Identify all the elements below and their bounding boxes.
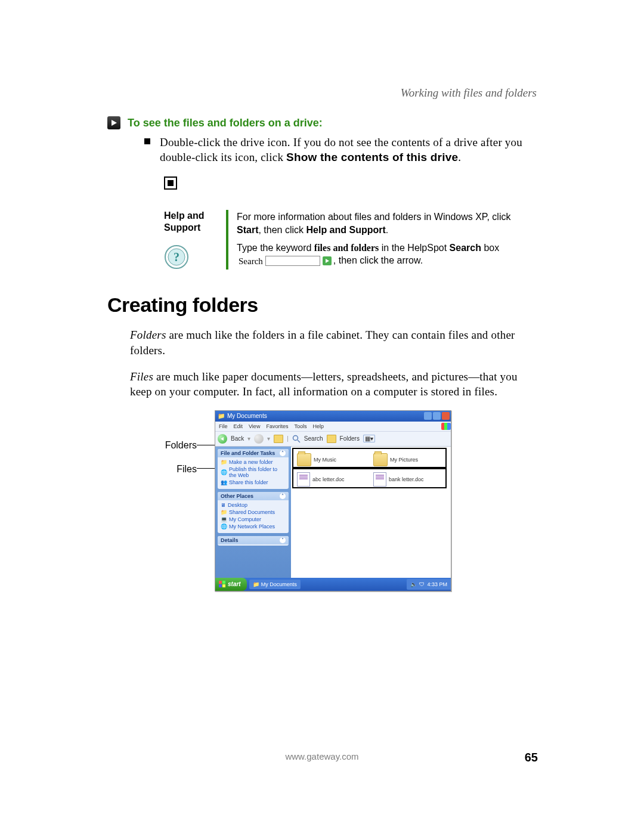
sidebar-tasks-title: File and Folder Tasks xyxy=(221,450,275,456)
windows-flag-icon xyxy=(441,423,451,430)
maximize-button[interactable] xyxy=(433,412,441,420)
callout-line xyxy=(197,468,215,469)
help-line2-post: , then click the arrow. xyxy=(333,255,423,265)
square-bullet-icon xyxy=(144,138,150,144)
folders-label[interactable]: Folders xyxy=(340,435,360,442)
tray-icon: 🛡 xyxy=(419,581,425,587)
window-title: My Documents xyxy=(227,413,267,419)
menu-bar: File Edit View Favorites Tools Help xyxy=(215,422,451,431)
sidebar-details-title: Details xyxy=(221,537,239,543)
inline-search-box xyxy=(265,256,320,266)
back-button[interactable] xyxy=(218,434,227,444)
explorer-content: My Music My Pictures abc letter.doc bank… xyxy=(291,447,451,578)
system-tray: 🔈 🛡 4:33 PM xyxy=(407,579,451,590)
search-label[interactable]: Search xyxy=(304,435,323,442)
menu-help[interactable]: Help xyxy=(312,423,324,429)
menu-file[interactable]: File xyxy=(219,423,228,429)
xp-window: 📁 My Documents File Edit View Favorites … xyxy=(215,410,451,592)
help-line1-end: . xyxy=(386,225,388,235)
help-start-bold: Start xyxy=(237,225,258,235)
callout-folders: Folders xyxy=(161,440,197,451)
sidebar-tasks-box: File and Folder Tasks˄ 📁Make a new folde… xyxy=(218,449,289,489)
folders-annotation-box xyxy=(292,448,447,468)
help-keyword: files and folders xyxy=(314,243,379,253)
start-button[interactable]: start xyxy=(215,578,247,591)
sidebar-link[interactable]: 🖥Desktop xyxy=(221,502,286,508)
taskbar-item[interactable]: 📁My Documents xyxy=(249,580,301,589)
chevron-up-icon[interactable]: ˄ xyxy=(280,493,286,499)
sidebar-link[interactable]: 🌐Publish this folder to the Web xyxy=(221,466,286,478)
section-header: Working with files and folders xyxy=(107,86,537,100)
task-step: Double-click the drive icon. If you do n… xyxy=(144,135,537,165)
forward-button[interactable] xyxy=(254,434,264,444)
svg-marker-5 xyxy=(221,437,224,441)
help-question-icon: ? xyxy=(164,244,189,270)
chevron-up-icon[interactable]: ˄ xyxy=(280,450,286,456)
inline-search-go-icon xyxy=(323,256,332,265)
screenshot-figure: Folders Files 📁 My Documents xyxy=(161,410,537,592)
para1-text: are much like the folders in a file cabi… xyxy=(130,329,515,357)
svg-point-6 xyxy=(293,435,298,440)
help-and-support-block: Help and Support ? For more information … xyxy=(164,210,537,270)
section-heading: Creating folders xyxy=(107,293,537,317)
svg-rect-9 xyxy=(222,581,225,584)
minimize-button[interactable] xyxy=(424,412,432,420)
search-icon xyxy=(292,435,301,443)
footer-url: www.gateway.com xyxy=(107,751,537,761)
svg-marker-4 xyxy=(326,259,329,263)
explorer-sidebar: File and Folder Tasks˄ 📁Make a new folde… xyxy=(215,447,291,578)
svg-line-7 xyxy=(298,440,300,442)
callout-line xyxy=(197,445,215,445)
callout-files: Files xyxy=(161,464,197,475)
svg-rect-8 xyxy=(219,581,222,584)
play-icon xyxy=(107,116,120,129)
end-of-steps-icon xyxy=(164,176,177,190)
help-hs-bold: Help and Support xyxy=(306,225,385,235)
close-button[interactable] xyxy=(442,412,450,420)
green-divider xyxy=(226,210,228,270)
para2-ital: Files xyxy=(130,370,153,383)
sidebar-link[interactable]: 🌐My Network Places xyxy=(221,524,286,529)
document-icon xyxy=(373,472,386,487)
help-title-line1: Help and xyxy=(164,210,218,222)
step-text-post: . xyxy=(458,151,461,163)
menu-favorites[interactable]: Favorites xyxy=(266,423,288,429)
up-button[interactable] xyxy=(274,435,283,443)
sidebar-link[interactable]: 📁Shared Documents xyxy=(221,509,286,515)
clock: 4:33 PM xyxy=(427,581,447,587)
menu-edit[interactable]: Edit xyxy=(234,423,243,429)
menu-tools[interactable]: Tools xyxy=(294,423,306,429)
views-button[interactable]: ▦▾ xyxy=(363,435,375,442)
sidebar-link[interactable]: 💻My Computer xyxy=(221,516,286,522)
svg-rect-11 xyxy=(222,584,225,587)
toolbar: Back ▾ ▾ | Search Folders ▦▾ xyxy=(215,431,451,447)
sidebar-link[interactable]: 👥Share this folder xyxy=(221,479,286,485)
para1-ital: Folders xyxy=(130,329,166,341)
sidebar-places-box: Other Places˄ 🖥Desktop 📁Shared Documents… xyxy=(218,492,289,533)
files-annotation-box xyxy=(292,468,447,488)
back-label: Back xyxy=(231,435,244,442)
folder-icon: 📁 xyxy=(218,413,225,419)
page-number: 65 xyxy=(525,751,538,764)
help-line2-mid: in the HelpSpot xyxy=(379,243,449,253)
svg-text:?: ? xyxy=(174,250,179,264)
para2-text: are much like paper documents—letters, s… xyxy=(130,370,518,398)
menu-view[interactable]: View xyxy=(249,423,260,429)
task-heading: To see the files and folders on a drive: xyxy=(128,117,323,129)
svg-marker-0 xyxy=(112,120,117,126)
window-titlebar: 📁 My Documents xyxy=(215,411,451,422)
folder-icon xyxy=(373,453,388,466)
inline-search-label: Search xyxy=(239,255,263,267)
taskbar: start 📁My Documents 🔈 🛡 4:33 PM xyxy=(215,578,451,591)
sidebar-link[interactable]: 📁Make a new folder xyxy=(221,459,286,465)
help-line2-box-pre: box xyxy=(481,243,499,253)
document-icon xyxy=(297,472,310,487)
help-line1-pre: For more information about files and fol… xyxy=(237,212,510,222)
folder-icon xyxy=(297,453,311,466)
help-title-line2: Support xyxy=(164,222,218,234)
help-line2-pre: Type the keyword xyxy=(237,243,314,253)
chevron-down-icon[interactable]: ˅ xyxy=(280,537,286,543)
step-text-bold: Show the contents of this drive xyxy=(286,151,458,163)
sidebar-places-title: Other Places xyxy=(221,493,253,499)
help-search-bold: Search xyxy=(450,243,481,253)
